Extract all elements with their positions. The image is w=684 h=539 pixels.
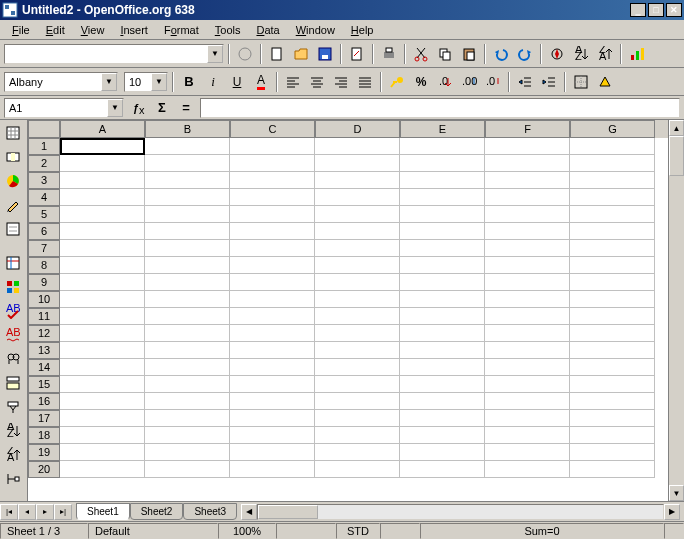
cell-D14[interactable] (315, 359, 400, 376)
row-header-7[interactable]: 7 (28, 240, 60, 257)
cell-G3[interactable] (570, 172, 655, 189)
menu-tools[interactable]: Tools (207, 22, 249, 38)
autoformat-icon[interactable] (2, 252, 24, 274)
cell-B14[interactable] (145, 359, 230, 376)
cell-B17[interactable] (145, 410, 230, 427)
cell-G7[interactable] (570, 240, 655, 257)
cell-G10[interactable] (570, 291, 655, 308)
cell-G6[interactable] (570, 223, 655, 240)
cell-E6[interactable] (400, 223, 485, 240)
column-header-E[interactable]: E (400, 120, 485, 138)
align-right-icon[interactable] (330, 71, 352, 93)
column-header-G[interactable]: G (570, 120, 655, 138)
decrease-indent-icon[interactable] (514, 71, 536, 93)
status-zoom[interactable]: 100% (218, 523, 276, 539)
cell-B20[interactable] (145, 461, 230, 478)
cell-reference-combo[interactable]: ▼ (4, 98, 124, 118)
cell-D4[interactable] (315, 189, 400, 206)
cell-D7[interactable] (315, 240, 400, 257)
cell-E12[interactable] (400, 325, 485, 342)
sort-asc-icon[interactable]: AZ (570, 43, 592, 65)
cell-F7[interactable] (485, 240, 570, 257)
cell-E17[interactable] (400, 410, 485, 427)
cell-C5[interactable] (230, 206, 315, 223)
cell-B4[interactable] (145, 189, 230, 206)
cell-C17[interactable] (230, 410, 315, 427)
row-header-6[interactable]: 6 (28, 223, 60, 240)
cell-D6[interactable] (315, 223, 400, 240)
row-header-11[interactable]: 11 (28, 308, 60, 325)
cell-A16[interactable] (60, 393, 145, 410)
cell-G9[interactable] (570, 274, 655, 291)
cell-B12[interactable] (145, 325, 230, 342)
url-combo[interactable]: ▼ (4, 44, 224, 64)
minimize-button[interactable]: ‗ (630, 3, 646, 17)
new-icon[interactable] (266, 43, 288, 65)
cell-F1[interactable] (485, 138, 570, 155)
cell-G18[interactable] (570, 427, 655, 444)
scroll-left-icon[interactable]: ◀ (241, 504, 257, 520)
cell-A11[interactable] (60, 308, 145, 325)
cell-C20[interactable] (230, 461, 315, 478)
edit-doc-icon[interactable] (346, 43, 368, 65)
background-icon[interactable] (594, 71, 616, 93)
cell-G5[interactable] (570, 206, 655, 223)
cell-D2[interactable] (315, 155, 400, 172)
cell-F13[interactable] (485, 342, 570, 359)
menu-view[interactable]: View (73, 22, 113, 38)
cell-D1[interactable] (315, 138, 400, 155)
cell-E13[interactable] (400, 342, 485, 359)
cell-C12[interactable] (230, 325, 315, 342)
cell-D5[interactable] (315, 206, 400, 223)
undo-icon[interactable] (490, 43, 512, 65)
cell-D9[interactable] (315, 274, 400, 291)
align-center-icon[interactable] (306, 71, 328, 93)
cell-F15[interactable] (485, 376, 570, 393)
row-header-10[interactable]: 10 (28, 291, 60, 308)
cut-icon[interactable] (410, 43, 432, 65)
cell-B9[interactable] (145, 274, 230, 291)
cell-reference-dropdown-icon[interactable]: ▼ (107, 99, 123, 117)
cell-G14[interactable] (570, 359, 655, 376)
cell-G1[interactable] (570, 138, 655, 155)
save-icon[interactable] (314, 43, 336, 65)
cell-A6[interactable] (60, 223, 145, 240)
cell-C1[interactable] (230, 138, 315, 155)
cell-C4[interactable] (230, 189, 315, 206)
cell-C15[interactable] (230, 376, 315, 393)
cell-G15[interactable] (570, 376, 655, 393)
number-format-icon[interactable]: .0 (434, 71, 456, 93)
cell-D12[interactable] (315, 325, 400, 342)
cell-B16[interactable] (145, 393, 230, 410)
paste-icon[interactable] (458, 43, 480, 65)
group-icon[interactable] (2, 468, 24, 490)
row-header-4[interactable]: 4 (28, 189, 60, 206)
cell-A13[interactable] (60, 342, 145, 359)
cell-D16[interactable] (315, 393, 400, 410)
status-sum[interactable]: Sum=0 (420, 523, 664, 539)
underline-icon[interactable]: U (226, 71, 248, 93)
row-header-5[interactable]: 5 (28, 206, 60, 223)
insert-chart-icon[interactable] (2, 170, 24, 192)
form-icon[interactable] (2, 218, 24, 240)
cell-B15[interactable] (145, 376, 230, 393)
size-dropdown-icon[interactable]: ▼ (151, 73, 167, 91)
cell-E7[interactable] (400, 240, 485, 257)
datasource-icon[interactable] (2, 372, 24, 394)
row-header-9[interactable]: 9 (28, 274, 60, 291)
row-header-17[interactable]: 17 (28, 410, 60, 427)
row-header-19[interactable]: 19 (28, 444, 60, 461)
insert-table-icon[interactable] (2, 122, 24, 144)
cell-E8[interactable] (400, 257, 485, 274)
cell-E5[interactable] (400, 206, 485, 223)
cell-G12[interactable] (570, 325, 655, 342)
cell-E11[interactable] (400, 308, 485, 325)
cell-F14[interactable] (485, 359, 570, 376)
menu-edit[interactable]: Edit (38, 22, 73, 38)
cell-F6[interactable] (485, 223, 570, 240)
select-all-corner[interactable] (28, 120, 60, 138)
formula-input[interactable] (200, 98, 680, 118)
sort-ascending-icon[interactable]: AZ (2, 420, 24, 442)
cell-F17[interactable] (485, 410, 570, 427)
menu-window[interactable]: Window (288, 22, 343, 38)
